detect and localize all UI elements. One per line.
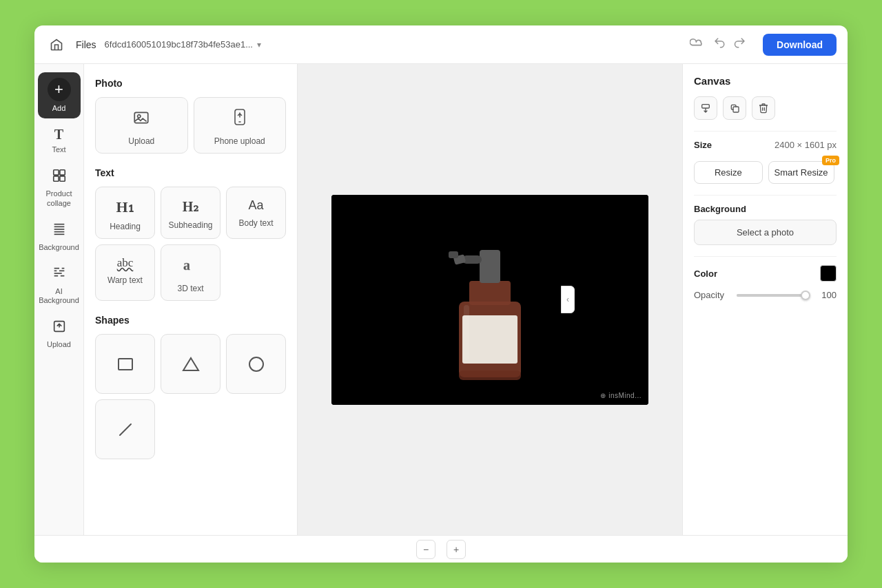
opacity-label: Opacity bbox=[694, 290, 730, 300]
canvas-actions bbox=[694, 96, 837, 120]
text-tools-grid: H₁ Heading H₂ Subheading Aa Body text ab… bbox=[95, 187, 286, 301]
sidebar-collage-label: Product collage bbox=[42, 189, 76, 207]
download-button[interactable]: Download bbox=[763, 34, 837, 56]
sidebar-add-label: Add bbox=[52, 104, 66, 113]
warp-text-icon: abc bbox=[117, 256, 134, 270]
svg-rect-28 bbox=[469, 281, 511, 305]
pro-badge: Pro bbox=[822, 156, 839, 165]
opacity-value: 100 bbox=[816, 290, 837, 300]
canvas-area[interactable]: ⊕ insMind... ‹ bbox=[298, 64, 682, 535]
zoom-out-button[interactable]: − bbox=[416, 540, 435, 559]
svg-point-18 bbox=[138, 115, 141, 118]
triangle-shape[interactable] bbox=[161, 334, 220, 394]
right-panel-title: Canvas bbox=[694, 75, 837, 87]
resize-button[interactable]: Resize bbox=[694, 161, 763, 184]
sidebar-item-add[interactable]: + Add bbox=[38, 72, 81, 118]
svg-line-25 bbox=[120, 424, 131, 435]
sidebar-item-ai-background[interactable]: AI Background bbox=[38, 260, 81, 311]
sidebar-item-text[interactable]: T Text bbox=[38, 121, 81, 160]
heading-tool[interactable]: H₁ Heading bbox=[95, 187, 155, 239]
size-value: 2400 × 1601 px bbox=[775, 140, 837, 150]
files-link[interactable]: Files bbox=[76, 39, 96, 50]
svg-rect-1 bbox=[59, 170, 64, 175]
svg-text:a: a bbox=[183, 258, 190, 273]
redo-icon[interactable] bbox=[734, 36, 746, 52]
zoom-in-button[interactable]: + bbox=[447, 540, 466, 559]
photo-section: Photo Upload bbox=[95, 78, 286, 154]
photo-tools-grid: Upload Phone upload bbox=[95, 97, 286, 154]
collapse-panel-button[interactable]: ‹ bbox=[561, 286, 575, 313]
phone-upload-icon bbox=[232, 109, 247, 131]
3d-text-icon: a bbox=[182, 256, 200, 278]
subheading-tool-label: Subheading bbox=[168, 220, 212, 230]
format-painter-button[interactable] bbox=[694, 96, 717, 120]
svg-rect-3 bbox=[59, 176, 64, 181]
canvas-image: ⊕ insMind... bbox=[331, 195, 648, 405]
body-text-icon: Aa bbox=[248, 198, 263, 213]
warp-text-tool[interactable]: abc Warp text bbox=[95, 244, 155, 301]
product-svg bbox=[331, 195, 648, 405]
text-icon: T bbox=[54, 127, 63, 143]
sidebar-text-label: Text bbox=[52, 145, 65, 154]
product-collage-icon bbox=[52, 168, 67, 187]
opacity-slider[interactable] bbox=[737, 294, 809, 297]
upload-photo-icon bbox=[132, 109, 150, 131]
heading-tool-label: Heading bbox=[110, 222, 141, 231]
svg-rect-29 bbox=[480, 250, 500, 283]
bottom-bar: − + bbox=[34, 535, 848, 563]
shapes-section-title: Shapes bbox=[95, 315, 286, 326]
select-photo-button[interactable]: Select a photo bbox=[694, 220, 837, 245]
divider-3 bbox=[694, 256, 837, 257]
header-icons bbox=[690, 36, 746, 52]
svg-rect-36 bbox=[733, 107, 739, 112]
svg-rect-32 bbox=[449, 251, 458, 258]
right-panel: Canvas bbox=[682, 64, 848, 535]
text-section-title: Text bbox=[95, 167, 286, 178]
sidebar-item-background[interactable]: Background bbox=[38, 216, 81, 258]
svg-point-24 bbox=[249, 357, 263, 371]
svg-rect-0 bbox=[53, 170, 58, 175]
home-button[interactable] bbox=[45, 34, 68, 56]
delete-button[interactable] bbox=[752, 96, 775, 120]
filename-display[interactable]: 6fdcd160051019bc18f73b4fe53ae1... ▾ bbox=[105, 39, 682, 50]
circle-shape[interactable] bbox=[226, 334, 286, 394]
heading-icon: H₁ bbox=[116, 198, 134, 216]
subheading-tool[interactable]: H₂ Subheading bbox=[161, 187, 220, 239]
text-section: Text H₁ Heading H₂ Subheading Aa Body te… bbox=[95, 167, 286, 301]
background-section-title: Background bbox=[694, 204, 837, 214]
body-text-tool-label: Body text bbox=[238, 218, 273, 228]
3d-text-tool[interactable]: a 3D text bbox=[161, 244, 220, 301]
duplicate-button[interactable] bbox=[723, 96, 746, 120]
upload-tool[interactable]: Upload bbox=[95, 97, 188, 154]
undo-icon[interactable] bbox=[713, 36, 726, 52]
3d-text-tool-label: 3D text bbox=[177, 284, 203, 293]
body-text-tool[interactable]: Aa Body text bbox=[226, 187, 286, 239]
svg-rect-35 bbox=[464, 305, 469, 360]
background-icon bbox=[52, 222, 67, 240]
svg-rect-2 bbox=[53, 176, 58, 181]
opacity-row: Opacity 100 bbox=[694, 290, 837, 300]
shapes-section: Shapes bbox=[95, 315, 286, 459]
ai-background-icon bbox=[52, 266, 67, 284]
sidebar-item-upload[interactable]: Upload bbox=[38, 313, 81, 355]
size-label: Size bbox=[694, 140, 712, 150]
svg-rect-22 bbox=[119, 359, 132, 370]
sidebar-ai-bg-label: AI Background bbox=[39, 287, 79, 305]
background-section: Background Select a photo bbox=[694, 204, 837, 245]
line-shape[interactable] bbox=[95, 399, 155, 459]
phone-upload-tool[interactable]: Phone upload bbox=[194, 97, 287, 154]
svg-rect-34 bbox=[459, 370, 521, 380]
color-label: Color bbox=[694, 269, 717, 279]
rectangle-shape[interactable] bbox=[95, 334, 155, 394]
divider-2 bbox=[694, 195, 837, 196]
filename-chevron[interactable]: ▾ bbox=[257, 40, 261, 50]
color-swatch[interactable] bbox=[820, 265, 837, 282]
watermark: ⊕ insMind... bbox=[600, 392, 642, 399]
upload-tool-label: Upload bbox=[128, 136, 154, 146]
add-icon: + bbox=[48, 78, 71, 101]
divider-1 bbox=[694, 131, 837, 132]
size-section: Size 2400 × 1601 px Resize Smart Resize … bbox=[694, 140, 837, 184]
sidebar-item-product-collage[interactable]: Product collage bbox=[38, 162, 81, 213]
photo-section-title: Photo bbox=[95, 78, 286, 89]
cloud-icon[interactable] bbox=[690, 36, 705, 52]
